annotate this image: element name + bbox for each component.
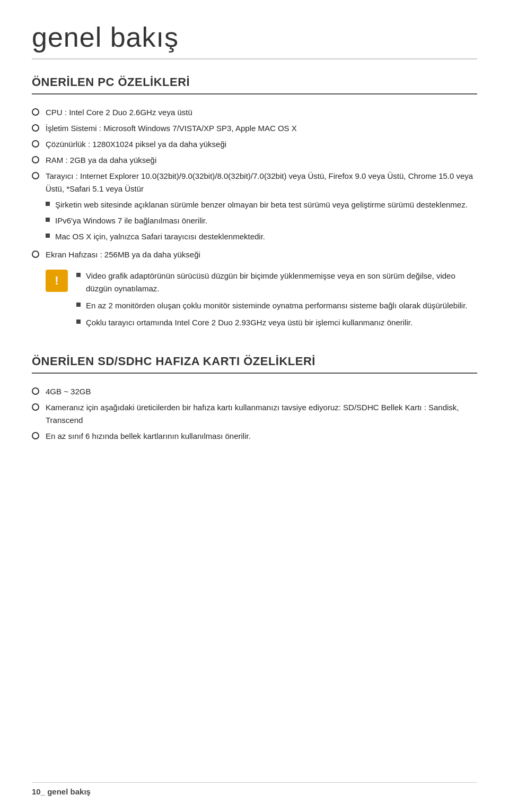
page-footer: 10_ genel bakış [32,782,477,796]
bullet-circle-icon [32,172,39,179]
list-item: RAM : 2GB ya da daha yükseği [32,154,477,167]
warning-bullet-2: Çoklu tarayıcı ortamında Intel Core 2 Du… [86,316,413,329]
sd-bullet-2: En az sınıf 6 hızında bellek kartlarının… [46,430,251,443]
bullet-circle-icon [32,432,39,439]
sd-bullet-0: 4GB ~ 32GB [46,385,91,398]
list-item: IPv6'ya Windows 7 ile bağlanılması öneri… [46,214,477,227]
list-item: En az sınıf 6 hızında bellek kartlarının… [32,430,477,443]
sd-section-title: ÖNERİLEN SD/SDHC HAFIZA KARTI ÖZELİKLERİ [32,355,477,374]
list-item: Şirketin web sitesinde açıklanan sürümle… [46,198,477,211]
pc-sub-list: Şirketin web sitesinde açıklanan sürümle… [46,198,477,243]
footer-text: 10_ genel bakış [32,787,91,796]
bullet-square-icon [76,303,81,307]
warning-sub-list: Video grafik adaptörünün sürücüsü düzgün… [76,270,477,333]
bullet-square-icon [46,234,50,238]
sd-section: ÖNERİLEN SD/SDHC HAFIZA KARTI ÖZELİKLERİ… [32,355,477,443]
pc-sub-bullet-0: Şirketin web sitesinde açıklanan sürümle… [55,198,468,211]
pc-bullet-3: RAM : 2GB ya da daha yükseği [46,154,156,167]
bullet-circle-icon [32,108,39,116]
pc-section: ÖNERİLEN PC ÖZELİKLERİ CPU : Intel Core … [32,75,477,333]
bullet-square-icon [46,218,50,222]
list-item: Çoklu tarayıcı ortamında Intel Core 2 Du… [76,316,477,329]
bullet-circle-icon [32,250,39,258]
sd-bullet-list: 4GB ~ 32GB Kameranız için aşağıdaki üret… [32,385,477,443]
pc-sub-bullet-1: IPv6'ya Windows 7 ile bağlanılması öneri… [55,214,207,227]
list-item: Tarayıcı : Internet Explorer 10.0(32bit)… [32,170,477,195]
ekran-bullet-list: Ekran Hafızası : 256MB ya da daha yükseğ… [32,248,477,261]
list-item: CPU : Intel Core 2 Duo 2.6GHz veya üstü [32,106,477,119]
warning-bullet-0: Video grafik adaptörünün sürücüsü düzgün… [86,270,477,295]
bullet-square-icon [76,273,81,277]
pc-bullet-1: İşletim Sistemi : Microsoft Windows 7/VI… [46,122,297,135]
bullet-circle-icon [32,140,39,148]
list-item: Çözünürlük : 1280X1024 piksel ya da daha… [32,138,477,151]
warning-bullet-1: En az 2 monitörden oluşan çoklu monitör … [86,299,468,312]
ekran-bullet: Ekran Hafızası : 256MB ya da daha yükseğ… [46,248,200,261]
bullet-square-icon [76,319,81,324]
pc-bullet-0: CPU : Intel Core 2 Duo 2.6GHz veya üstü [46,106,192,119]
warning-block: ! Video grafik adaptörünün sürücüsü düzg… [46,270,477,333]
list-item: 4GB ~ 32GB [32,385,477,398]
bullet-circle-icon [32,387,39,395]
bullet-circle-icon [32,124,39,132]
pc-bullet-2: Çözünürlük : 1280X1024 piksel ya da daha… [46,138,226,151]
list-item: Video grafik adaptörünün sürücüsü düzgün… [76,270,477,295]
sd-bullet-1: Kameranız için aşağıdaki üreticilerden b… [46,401,477,427]
pc-bullet-list: CPU : Intel Core 2 Duo 2.6GHz veya üstü … [32,106,477,195]
bullet-circle-icon [32,156,39,163]
pc-sub-bullet-2: Mac OS X için, yalnızca Safari tarayıcıs… [55,230,265,243]
pc-section-title: ÖNERİLEN PC ÖZELİKLERİ [32,75,477,94]
list-item: İşletim Sistemi : Microsoft Windows 7/VI… [32,122,477,135]
bullet-circle-icon [32,403,39,411]
list-item: En az 2 monitörden oluşan çoklu monitör … [76,299,477,312]
list-item: Mac OS X için, yalnızca Safari tarayıcıs… [46,230,477,243]
list-item: Ekran Hafızası : 256MB ya da daha yükseğ… [32,248,477,261]
bullet-square-icon [46,202,50,206]
list-item: Kameranız için aşağıdaki üreticilerden b… [32,401,477,427]
pc-bullet-4: Tarayıcı : Internet Explorer 10.0(32bit)… [46,170,477,195]
page-title: genel bakış [32,21,477,59]
warning-icon: ! [46,270,68,292]
